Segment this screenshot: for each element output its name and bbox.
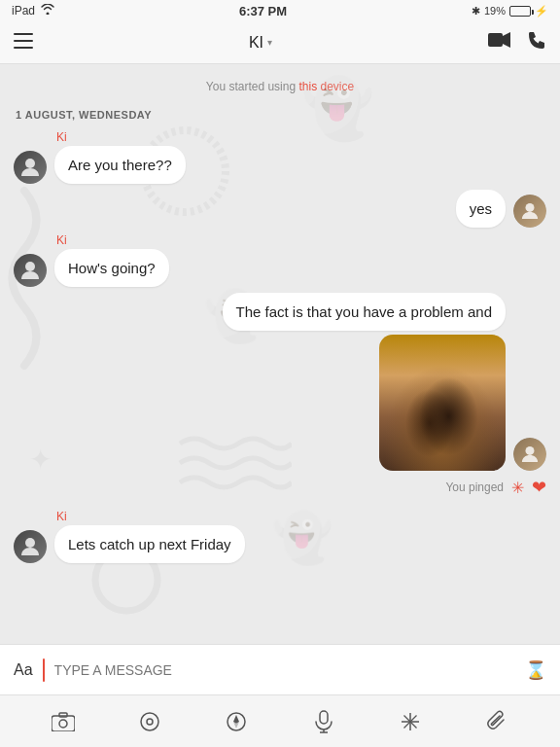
reaction-row: You pinged ✳ ❤: [14, 477, 546, 498]
message-input[interactable]: [54, 662, 515, 678]
message-bubble: The fact is that you have a problem and: [223, 293, 507, 331]
svg-rect-2: [14, 47, 33, 49]
sparkle-icon[interactable]: [393, 704, 428, 739]
battery-icon: [509, 6, 531, 17]
spinner-icon: ✳: [511, 479, 524, 497]
message-content: The fact is that you have a problem and: [223, 293, 507, 471]
aa-label[interactable]: Aa: [14, 661, 33, 679]
svg-rect-14: [59, 713, 67, 717]
input-divider: [43, 658, 45, 682]
status-bar: iPad 6:37 PM ✱ 19% ⚡: [0, 0, 560, 21]
svg-point-10: [526, 446, 535, 455]
svg-point-13: [59, 720, 67, 728]
device-link[interactable]: this device: [298, 80, 354, 93]
message-content: Ki How's going?: [54, 233, 169, 287]
chevron-down-icon: ▾: [267, 37, 272, 48]
svg-rect-1: [14, 40, 33, 42]
compass-icon[interactable]: [219, 704, 254, 739]
avatar: [14, 530, 47, 563]
svg-rect-3: [488, 33, 503, 47]
date-divider: 1 AUGUST, WEDNESDAY: [0, 99, 560, 124]
message-bubble: Lets catch up next Friday: [54, 525, 245, 563]
status-time: 6:37 PM: [239, 4, 287, 18]
ipad-label: iPad: [12, 4, 35, 18]
avatar: [14, 151, 47, 184]
svg-point-9: [25, 262, 35, 271]
message-content: Ki Lets catch up next Friday: [54, 510, 245, 563]
svg-marker-4: [503, 32, 510, 48]
input-bar: Aa ⌛: [0, 644, 560, 694]
chat-area: 👻 👻 ✦ ✦: [0, 64, 560, 644]
message-image: [379, 335, 506, 471]
camera-icon[interactable]: [46, 704, 81, 739]
nav-actions: [488, 31, 546, 54]
message-bubble: How's going?: [54, 249, 169, 287]
svg-point-15: [141, 713, 158, 730]
phone-call-button[interactable]: [527, 31, 546, 54]
status-left: iPad: [12, 4, 54, 18]
message-row: yes: [14, 190, 546, 228]
message-row: The fact is that you have a problem and: [14, 293, 546, 471]
system-message: You started using this device: [0, 80, 560, 93]
message-content: yes: [456, 190, 506, 228]
sender-name: Ki: [54, 510, 245, 523]
outgoing-avatar: [513, 438, 546, 471]
svg-point-8: [526, 203, 535, 212]
message-bubble: Are you there??: [54, 146, 186, 184]
svg-point-16: [147, 719, 153, 725]
avatar: [14, 254, 47, 287]
outgoing-avatar: [513, 195, 546, 228]
microphone-icon[interactable]: [306, 704, 341, 739]
bluetooth-icon: ✱: [472, 5, 480, 18]
aperture-icon[interactable]: [132, 704, 167, 739]
status-right: ✱ 19% ⚡: [472, 5, 548, 18]
hourglass-icon[interactable]: ⌛: [525, 659, 546, 681]
sender-name: Ki: [54, 233, 169, 247]
svg-rect-0: [14, 33, 33, 35]
paperclip-icon[interactable]: [479, 704, 514, 739]
heart-reaction[interactable]: ❤: [532, 477, 546, 498]
svg-point-11: [25, 538, 35, 548]
you-pinged-label: You pinged: [445, 480, 504, 494]
svg-rect-20: [320, 711, 328, 724]
svg-point-7: [25, 159, 35, 168]
nav-bar: KI ▾: [0, 21, 560, 64]
message-row: Ki Lets catch up next Friday: [14, 510, 546, 563]
message-row: Ki How's going?: [14, 233, 546, 287]
video-call-button[interactable]: [488, 31, 511, 54]
menu-button[interactable]: [14, 31, 33, 53]
battery-percent: 19%: [484, 5, 506, 17]
wifi-icon: [41, 4, 54, 18]
bottom-toolbar: [0, 694, 560, 747]
sender-name: Ki: [54, 130, 186, 144]
message-bubble: yes: [456, 190, 506, 228]
message-row: Ki Are you there??: [14, 130, 546, 184]
chat-title[interactable]: KI ▾: [249, 34, 272, 52]
svg-rect-12: [52, 716, 75, 731]
message-content: Ki Are you there??: [54, 130, 186, 184]
contact-name: KI: [249, 34, 263, 52]
charging-icon: ⚡: [535, 5, 548, 18]
